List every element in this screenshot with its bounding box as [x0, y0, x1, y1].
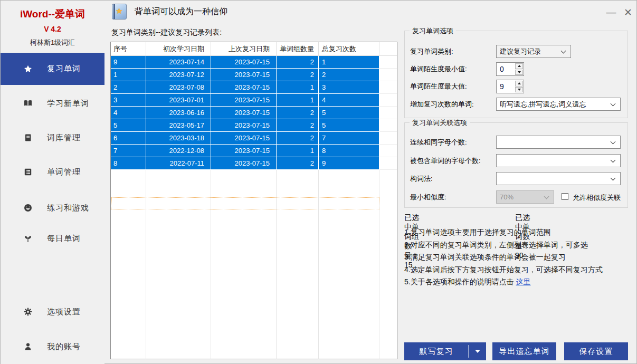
app-version: V 4.2: [1, 25, 104, 33]
spin-up-icon[interactable]: [515, 63, 523, 69]
table-cell: 2022-12-08: [146, 145, 211, 157]
table-cell: 2023-07-15: [211, 107, 277, 119]
table-cell: 2023-07-15: [211, 145, 277, 157]
table-row[interactable]: 82022-07-112023-07-1529: [111, 157, 397, 170]
close-button[interactable]: ✕: [619, 5, 637, 20]
table-cell-empty: [379, 157, 397, 170]
max-unfamiliarity-label: 单词陌生度最大值:: [410, 82, 467, 91]
table-cell: 2023-07-15: [211, 119, 277, 132]
contained-letters-label: 被包含单词的字母个数:: [410, 156, 481, 166]
max-unfamiliarity-stepper[interactable]: 9: [496, 80, 524, 93]
table-cell: 1: [277, 145, 319, 157]
dictation-review-label: 默写复习: [404, 347, 468, 357]
column-header[interactable]: 总复习次数: [319, 42, 379, 55]
table-cell: 1: [277, 81, 319, 94]
help-link[interactable]: 这里: [516, 277, 531, 286]
table-cell: 2: [277, 157, 319, 170]
min-similarity-label: 最小相似度:: [410, 193, 446, 202]
export-forgotten-button[interactable]: 导出遗忘单词: [492, 342, 556, 360]
table-cell: 2: [277, 56, 319, 69]
table-row[interactable]: 32023-07-012023-07-1514: [111, 94, 397, 107]
current-lexicon: 柯林斯1级词汇: [1, 38, 104, 47]
increase-reviews-combobox[interactable]: 听写遗忘,拼写遗忘,词义遗忘: [496, 98, 621, 111]
word-list-icon: [24, 168, 32, 176]
sidebar-item-8[interactable]: 我的账号: [1, 335, 104, 358]
sprout-icon: [24, 234, 32, 243]
gear-icon: [24, 308, 32, 316]
table-cell: 6: [111, 132, 146, 145]
table-cell: 2: [111, 81, 146, 94]
table-cell-empty: [379, 145, 397, 157]
brand-block: iWord--爱单词 V 4.2 柯林斯1级词汇: [1, 7, 104, 47]
sidebar-item-3[interactable]: 词库管理: [1, 126, 104, 149]
sidebar-item-label: 选项设置: [47, 307, 81, 317]
minimize-button[interactable]: —: [602, 5, 620, 20]
contained-letters-combobox[interactable]: [496, 154, 621, 167]
spin-down-icon[interactable]: [515, 70, 523, 75]
table-row[interactable]: 22023-07-082023-07-1513: [111, 81, 397, 94]
min-unfamiliarity-value: 0: [497, 63, 515, 75]
table-row[interactable]: 72022-12-082023-07-1518: [111, 145, 397, 157]
sidebar-item-label: 单词管理: [47, 167, 81, 177]
table-cell-empty: [379, 107, 397, 119]
sidebar-item-2[interactable]: 学习新单词: [1, 92, 104, 115]
dictation-review-split-button[interactable]: 默写复习: [404, 342, 486, 360]
same-letters-combobox[interactable]: [496, 136, 621, 149]
instruction-line: 3.满足复习单词关联选项条件的单词会被一起复习: [404, 251, 632, 264]
review-record-table[interactable]: 序号初次学习日期上次复习日期单词组数量总复习次数 92023-07-142023…: [110, 42, 397, 359]
book-star-icon: ★: [116, 6, 122, 16]
sidebar-item-1[interactable]: 复习单词: [1, 53, 104, 85]
table-row[interactable]: 92023-07-142023-07-1521: [111, 56, 397, 69]
table-row[interactable]: 52023-05-172023-07-1525: [111, 119, 397, 132]
chevron-down-icon: [611, 157, 616, 162]
relation-options-legend: 复习单词关联选项: [410, 118, 470, 128]
table-cell: 2023-07-15: [211, 69, 277, 81]
table-row[interactable]: 42023-06-162023-07-1525: [111, 107, 397, 119]
allow-similarity-checkbox[interactable]: [562, 193, 568, 200]
column-header[interactable]: 初次学习日期: [146, 42, 211, 55]
table-cell: 9: [319, 157, 379, 170]
word-formation-label: 构词法:: [410, 174, 433, 184]
sidebar-item-7[interactable]: 选项设置: [1, 300, 104, 323]
column-header[interactable]: 序号: [111, 42, 146, 55]
table-cell: 8: [319, 145, 379, 157]
sidebar-item-label: 练习和游戏: [47, 203, 89, 213]
table-cell-empty: [379, 56, 397, 69]
min-similarity-combobox: 70%: [496, 190, 554, 204]
list-title: 复习单词类别--建议复习记录列表:: [111, 28, 222, 37]
table-cell: 7: [319, 132, 379, 145]
table-cell: 1: [319, 56, 379, 69]
spin-up-icon[interactable]: [515, 81, 523, 87]
instruction-line: 5.关于各选项和操作的说明请点击 这里: [404, 276, 632, 289]
sidebar-item-4[interactable]: 单词管理: [1, 160, 104, 184]
sidebar-item-6[interactable]: 每日单词: [1, 227, 104, 250]
instruction-line: 1.复习单词选项主要用于选择复习的单词范围: [404, 226, 632, 239]
user-icon: [24, 342, 32, 351]
spin-down-icon[interactable]: [515, 87, 523, 93]
category-combobox[interactable]: 建议复习记录: [496, 45, 571, 58]
min-unfamiliarity-stepper[interactable]: 0: [496, 62, 524, 76]
table-cell: 2023-06-16: [146, 107, 211, 119]
journal-icon: [24, 133, 32, 142]
table-cell: 2023-05-17: [146, 119, 211, 132]
open-book-icon: [24, 99, 32, 108]
table-row[interactable]: 62023-03-182023-07-1527: [111, 132, 397, 145]
table-row[interactable]: 12023-07-122023-07-1522: [111, 69, 397, 81]
table-cell-empty: [379, 119, 397, 132]
table-cell-empty: [379, 132, 397, 145]
table-cell: 2023-07-12: [146, 69, 211, 81]
word-formation-combobox[interactable]: [496, 172, 621, 185]
table-cell: 2023-07-15: [211, 81, 277, 94]
table-cell: 1: [277, 94, 319, 107]
column-header[interactable]: 上次复习日期: [211, 42, 277, 55]
chevron-down-icon: [611, 139, 616, 144]
column-header[interactable]: 单词组数量: [277, 42, 319, 55]
save-settings-button[interactable]: 保存设置: [564, 342, 628, 360]
sidebar-item-5[interactable]: 练习和游戏: [1, 196, 104, 219]
table-cell-empty: [379, 69, 397, 81]
same-letters-label: 连续相同字母个数:: [410, 138, 467, 147]
table-cell: 2023-07-15: [211, 157, 277, 170]
table-empty-area: [111, 170, 397, 359]
min-unfamiliarity-label: 单词陌生度最小值:: [410, 64, 467, 74]
review-mode-dropdown-arrow[interactable]: [469, 350, 486, 353]
